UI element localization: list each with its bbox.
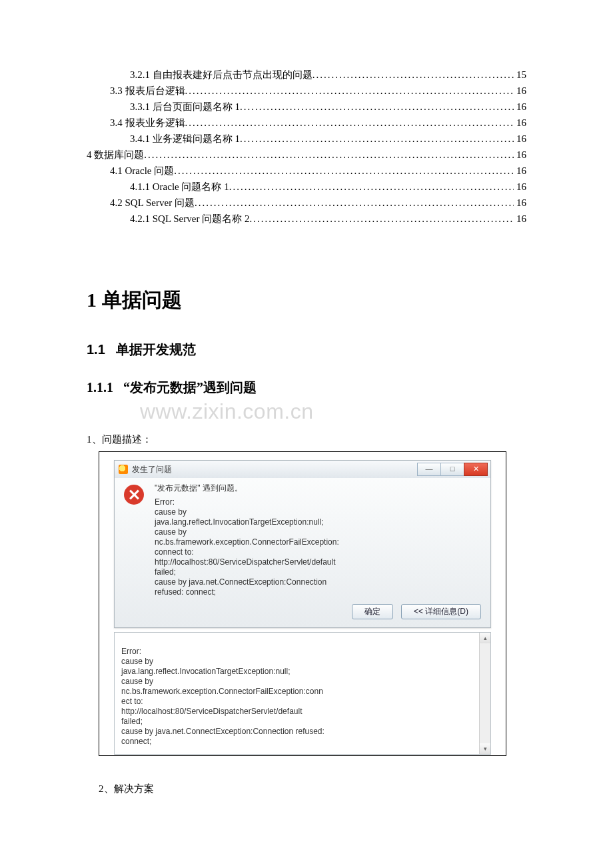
toc-leader (249, 211, 514, 227)
dialog-titlebar: 发生了问题 — □ ✕ (115, 461, 490, 478)
toc-page: 16 (514, 163, 526, 179)
dialog-title: 发生了问题 (132, 464, 172, 475)
solution-label: 2、解决方案 (99, 783, 526, 795)
toc-leader (229, 179, 514, 195)
toc-page: 16 (514, 179, 526, 195)
details-pane: Error: cause by java.lang.reflect.Invoca… (114, 632, 491, 755)
heading-3: 1.1.1 “发布元数据”遇到问题 (87, 379, 526, 397)
toc-label: 3.3.1 后台页面问题名称 1 (130, 99, 240, 115)
toc-leader (240, 131, 514, 147)
toc-page: 16 (514, 131, 526, 147)
toc-leader (185, 115, 514, 131)
close-button[interactable]: ✕ (464, 463, 488, 476)
toc-entry: 3.3 报表后台逻辑 16 (87, 83, 526, 99)
toc-page: 16 (514, 115, 526, 131)
toc-leader (240, 99, 514, 115)
details-button[interactable]: << 详细信息(D) (401, 604, 481, 619)
toc-entry: 4.1 Oracle 问题 16 (87, 163, 526, 179)
toc-entry: 3.2.1 自由报表建好后点击节点出现的问题 15 (87, 67, 526, 83)
heading-2-number: 1.1 (87, 342, 105, 357)
minimize-button[interactable]: — (417, 463, 441, 476)
heading-2-title: 单据开发规范 (116, 342, 196, 357)
maximize-button[interactable]: □ (440, 463, 464, 476)
toc-label: 3.4 报表业务逻辑 (110, 115, 185, 131)
toc-label: 3.3 报表后台逻辑 (110, 83, 185, 99)
toc-leader (195, 195, 514, 211)
heading-3-title: “发布元数据”遇到问题 (123, 380, 257, 395)
toc-label: 3.2.1 自由报表建好后点击节点出现的问题 (130, 67, 312, 83)
toc-fragment: 3.2.1 自由报表建好后点击节点出现的问题 15 3.3 报表后台逻辑 16 … (87, 67, 526, 227)
toc-page: 16 (514, 211, 526, 227)
dialog-window: 发生了问题 — □ ✕ "发布元数据" 遇到问题。 Error: cause b… (114, 460, 491, 628)
details-text: Error: cause by java.lang.reflect.Invoca… (121, 647, 324, 756)
toc-entry: 3.4.1 业务逻辑问题名称 1 16 (87, 131, 526, 147)
toc-entry: 3.4 报表业务逻辑 16 (87, 115, 526, 131)
dialog-body: "发布元数据" 遇到问题。 Error: cause by java.lang.… (115, 478, 490, 604)
dialog-button-row: 确定 << 详细信息(D) (115, 604, 490, 627)
error-screenshot: 发生了问题 — □ ✕ "发布元数据" 遇到问题。 Error: cause b… (99, 451, 506, 756)
toc-page: 16 (514, 83, 526, 99)
toc-page: 16 (514, 195, 526, 211)
scrollbar[interactable]: ▴ ▾ (479, 633, 490, 754)
toc-page: 16 (514, 147, 526, 163)
toc-entry: 4.1.1 Oracle 问题名称 1 16 (87, 179, 526, 195)
toc-entry: 4.2.1 SQL Server 问题名称 2 16 (87, 211, 526, 227)
toc-label: 4.2 SQL Server 问题 (110, 195, 195, 211)
error-icon (124, 485, 144, 505)
toc-leader (144, 147, 514, 163)
ok-button[interactable]: 确定 (352, 604, 393, 619)
document-page: 3.2.1 自由报表建好后点击节点出现的问题 15 3.3 报表后台逻辑 16 … (0, 0, 613, 841)
heading-1: 1 单据问题 (87, 287, 526, 314)
heading-2: 1.1 单据开发规范 (87, 341, 526, 359)
watermark-text: www.zixin.com.cn (140, 399, 526, 424)
scroll-down-icon[interactable]: ▾ (480, 743, 490, 754)
scroll-up-icon[interactable]: ▴ (480, 633, 490, 643)
toc-label: 4.1 Oracle 问题 (110, 163, 174, 179)
toc-entry: 4.2 SQL Server 问题 16 (87, 195, 526, 211)
problem-description-label: 1、问题描述： (87, 433, 526, 446)
app-icon (119, 465, 128, 474)
toc-page: 15 (514, 67, 526, 83)
toc-leader (174, 163, 514, 179)
toc-label: 4.1.1 Oracle 问题名称 1 (130, 179, 229, 195)
toc-entry: 3.3.1 后台页面问题名称 1 16 (87, 99, 526, 115)
toc-label: 3.4.1 业务逻辑问题名称 1 (130, 131, 240, 147)
heading-3-number: 1.1.1 (87, 380, 113, 395)
toc-entry: 4 数据库问题 16 (87, 147, 526, 163)
toc-label: 4 数据库问题 (87, 147, 144, 163)
dialog-message: "发布元数据" 遇到问题。 Error: cause by java.lang.… (155, 483, 481, 597)
dialog-error-text: Error: cause by java.lang.reflect.Invoca… (155, 497, 481, 597)
toc-leader (185, 83, 514, 99)
toc-label: 4.2.1 SQL Server 问题名称 2 (130, 211, 249, 227)
toc-leader (312, 67, 514, 83)
dialog-headline: "发布元数据" 遇到问题。 (155, 483, 481, 493)
toc-page: 16 (514, 99, 526, 115)
